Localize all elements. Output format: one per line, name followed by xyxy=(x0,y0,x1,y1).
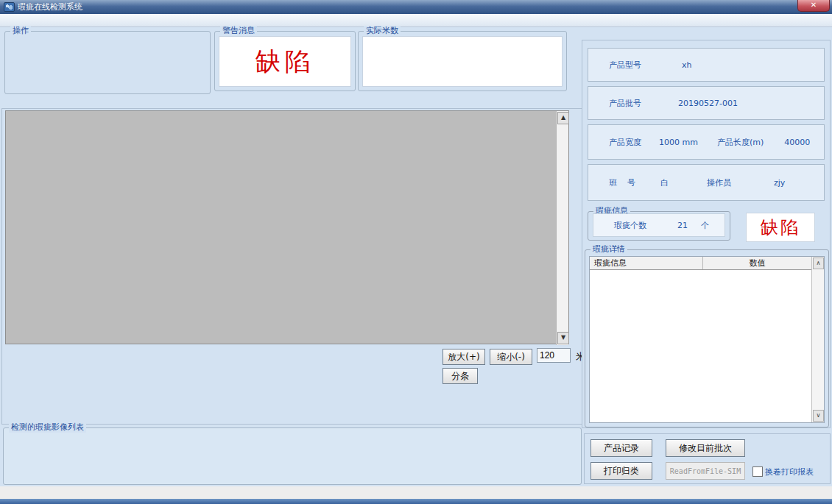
operator-label: 操作员 xyxy=(707,177,731,188)
split-strips-button[interactable]: 分条 xyxy=(443,368,478,384)
meters-group-label: 实际米数 xyxy=(364,26,401,36)
status-bar xyxy=(0,486,832,499)
zoom-in-button[interactable]: 放大(+) xyxy=(443,349,485,365)
title-bar: 瑕疵在线检测系统 ✕ xyxy=(0,0,832,14)
roll-print-checkbox[interactable] xyxy=(752,466,763,477)
defect-detail-group-label: 瑕疵详情 xyxy=(590,244,627,255)
product-batch-row: 产品批号 20190527-001 xyxy=(588,86,825,120)
product-width-value: 1000 mm xyxy=(659,138,698,147)
menu-bar xyxy=(0,14,832,27)
taskbar-sliver xyxy=(0,499,832,504)
close-button[interactable]: ✕ xyxy=(797,0,830,12)
defect-count-label: 瑕疵个数 xyxy=(614,220,646,231)
product-batch-label: 产品批号 xyxy=(609,98,641,109)
defect-summary-group: 瑕疵信息 瑕疵个数 21 个 xyxy=(588,211,730,241)
operator-value: zjy xyxy=(774,178,785,188)
meters-group: 实际米数 xyxy=(358,31,567,91)
shift-operator-row: 班 号 白 操作员 zjy xyxy=(588,164,825,201)
operation-group-label: 操作 xyxy=(10,26,31,36)
product-length-label: 产品长度(m) xyxy=(717,137,764,148)
shift-label: 班 号 xyxy=(609,177,635,188)
app-icon xyxy=(4,2,15,12)
defect-detail-table: 瑕疵信息 数值 ∧ ∨ xyxy=(589,256,825,423)
warning-group: 警告消息 缺陷 xyxy=(214,31,356,91)
thumbnail-group: 检测的瑕疵影像列表 xyxy=(3,427,582,485)
plot-vertical-scrollbar[interactable]: ▲ ▼ xyxy=(556,111,568,345)
defect-count-box: 瑕疵个数 21 个 xyxy=(593,213,725,237)
read-from-file-button[interactable]: ReadFromFile-SIM xyxy=(666,462,745,480)
table-header-row: 瑕疵信息 数值 xyxy=(590,257,811,270)
meters-box xyxy=(362,36,563,87)
defect-count-unit: 个 xyxy=(701,220,709,231)
zoom-out-button[interactable]: 缩小(-) xyxy=(490,349,532,365)
table-header-info: 瑕疵信息 xyxy=(590,257,703,269)
product-size-row: 产品宽度 1000 mm 产品长度(m) 40000 xyxy=(588,124,825,160)
table-scroll-down-icon[interactable]: ∨ xyxy=(813,410,824,422)
product-model-row: 产品型号 xh xyxy=(588,48,825,82)
meters-per-screen-input[interactable] xyxy=(537,348,571,363)
defect-status-badge: 缺陷 xyxy=(746,213,815,242)
print-classify-button[interactable]: 打印归类 xyxy=(590,462,652,480)
product-batch-value: 20190527-001 xyxy=(678,99,738,108)
warning-box: 缺陷 xyxy=(219,36,351,87)
table-scrollbar[interactable]: ∧ ∨ xyxy=(811,257,824,422)
product-model-label: 产品型号 xyxy=(609,60,641,71)
defect-detail-group: 瑕疵详情 瑕疵信息 数值 ∧ ∨ xyxy=(585,249,829,427)
roll-print-checkbox-label[interactable]: 换卷打印报表 xyxy=(765,466,814,478)
product-record-button[interactable]: 产品记录 xyxy=(590,439,652,457)
shift-value: 白 xyxy=(660,177,669,188)
product-length-value: 40000 xyxy=(784,138,810,147)
scatter-plot-region: ▲ ▼ xyxy=(5,110,569,344)
table-header-value: 数值 xyxy=(703,257,811,269)
modify-batch-button[interactable]: 修改目前批次 xyxy=(666,439,745,457)
defect-count-value: 21 xyxy=(677,221,688,230)
product-model-value: xh xyxy=(682,60,691,70)
scroll-down-icon[interactable]: ▼ xyxy=(557,332,569,344)
thumbnail-group-label: 检测的瑕疵影像列表 xyxy=(9,422,86,433)
warning-message: 缺陷 xyxy=(255,45,314,79)
operation-group: 操作 xyxy=(4,31,211,94)
basic-info-tab-page: 产品型号 xh 产品批号 20190527-001 产品宽度 1000 mm 产… xyxy=(582,40,831,428)
window-title: 瑕疵在线检测系统 xyxy=(18,1,82,13)
product-width-label: 产品宽度 xyxy=(609,137,641,148)
table-scroll-up-icon[interactable]: ∧ xyxy=(813,258,824,269)
warning-group-label: 警告消息 xyxy=(220,26,257,36)
distribution-tab-page: ▲ ▼ 放大(+) 缩小(-) 米 分条 xyxy=(1,108,583,425)
scroll-up-icon[interactable]: ▲ xyxy=(557,112,569,124)
actions-panel: 产品记录 修改目前批次 打印归类 ReadFromFile-SIM 换卷打印报表 xyxy=(584,433,831,484)
